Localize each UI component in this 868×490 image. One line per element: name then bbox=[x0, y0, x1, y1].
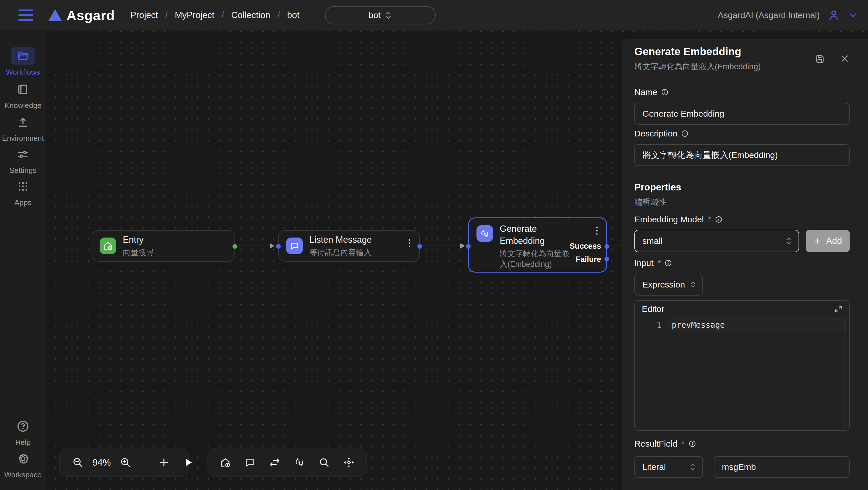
node-entry[interactable]: Entry 向量搜尋 bbox=[92, 230, 235, 262]
name-label: Name bbox=[634, 87, 657, 97]
breadcrumb-project[interactable]: Project bbox=[130, 10, 158, 20]
node-palette-toolbar bbox=[208, 448, 367, 477]
plus-icon bbox=[813, 237, 822, 245]
input-port[interactable] bbox=[276, 244, 281, 249]
node-subtitle: 將文字轉化為向量嵌入(Embedding) bbox=[500, 249, 572, 270]
chat-bubble-icon bbox=[289, 240, 300, 251]
hamburger-menu-icon[interactable] bbox=[19, 9, 33, 21]
run-workflow-button[interactable] bbox=[183, 457, 194, 468]
panel-divider bbox=[622, 77, 868, 77]
add-model-button[interactable]: Add bbox=[806, 230, 849, 252]
input-port[interactable] bbox=[466, 244, 471, 249]
description-label: Description bbox=[634, 129, 677, 139]
output-port[interactable] bbox=[232, 244, 237, 249]
sidebar-item-workflows[interactable]: Workflows bbox=[0, 47, 46, 77]
zoom-in-button[interactable] bbox=[119, 456, 131, 468]
info-icon[interactable] bbox=[715, 215, 723, 224]
add-node-button[interactable] bbox=[158, 456, 170, 468]
book-icon bbox=[17, 83, 30, 96]
sidebar-item-knowledge[interactable]: Knowledge bbox=[0, 80, 46, 110]
output-label-failure: Failure bbox=[576, 255, 601, 264]
search-node-button[interactable] bbox=[318, 456, 330, 468]
breadcrumb-bot[interactable]: bot bbox=[287, 10, 299, 20]
node-menu-kebab-icon[interactable] bbox=[596, 227, 598, 235]
node-title: Generate Embedding bbox=[500, 223, 572, 247]
info-icon[interactable] bbox=[681, 129, 689, 138]
edge-success-out bbox=[608, 246, 623, 246]
breadcrumb-myproject[interactable]: MyProject bbox=[175, 10, 214, 20]
swap-arrows-icon bbox=[268, 456, 281, 469]
breadcrumb-collection[interactable]: Collection bbox=[231, 10, 270, 20]
expression-editor[interactable]: Editor 1 prevMessage bbox=[634, 300, 849, 431]
output-port[interactable] bbox=[417, 244, 422, 249]
add-swap-node-button[interactable] bbox=[268, 456, 281, 469]
embedding-model-value: small bbox=[642, 236, 662, 246]
close-icon bbox=[840, 54, 849, 63]
add-button-label: Add bbox=[826, 236, 842, 246]
chevron-up-down-icon bbox=[690, 463, 696, 471]
chevron-up-down-icon bbox=[690, 281, 696, 289]
add-message-node-button[interactable] bbox=[244, 456, 256, 468]
breadcrumb-separator: / bbox=[278, 10, 280, 20]
sidebar-label: Help bbox=[15, 438, 30, 447]
move-arrows-icon bbox=[342, 456, 355, 469]
plus-icon bbox=[158, 456, 170, 468]
search-icon bbox=[318, 456, 330, 468]
output-label-success: Success bbox=[569, 242, 601, 251]
generate-cycle-icon bbox=[479, 228, 491, 239]
node-menu-kebab-icon[interactable] bbox=[409, 239, 410, 247]
sidebar-item-environment[interactable]: Environment bbox=[0, 113, 46, 143]
sidebar-item-help[interactable]: Help bbox=[0, 417, 46, 447]
input-type-select[interactable]: Expression bbox=[634, 274, 703, 295]
input-type-value: Expression bbox=[642, 280, 685, 290]
node-generate-embedding[interactable]: Generate Embedding 將文字轉化為向量嵌入(Embedding)… bbox=[468, 218, 607, 272]
workflow-select[interactable]: bot bbox=[325, 6, 436, 24]
resultfield-type-select[interactable]: Literal bbox=[634, 456, 703, 478]
sidebar-item-workspace[interactable]: Workspace bbox=[0, 450, 46, 479]
expand-icon[interactable] bbox=[834, 305, 843, 313]
zoom-out-icon bbox=[72, 456, 84, 468]
properties-title: Properties bbox=[634, 182, 849, 193]
info-icon[interactable] bbox=[661, 88, 669, 96]
close-panel-button[interactable] bbox=[840, 54, 849, 63]
editor-code[interactable]: prevMessage bbox=[672, 320, 725, 330]
zoom-in-icon bbox=[119, 456, 131, 468]
description-input[interactable] bbox=[634, 144, 849, 166]
output-port-success[interactable] bbox=[604, 244, 609, 249]
editor-scrollbar[interactable] bbox=[844, 318, 844, 429]
add-generate-node-button[interactable] bbox=[293, 456, 306, 469]
zoom-out-button[interactable] bbox=[72, 456, 84, 468]
top-bar: Asgard Project / MyProject / Collection … bbox=[0, 0, 868, 30]
name-input[interactable] bbox=[634, 103, 849, 125]
save-button[interactable] bbox=[815, 54, 825, 64]
sidebar-item-settings[interactable]: Settings bbox=[0, 145, 46, 175]
apps-grid-icon bbox=[17, 180, 29, 193]
output-port-failure[interactable] bbox=[604, 257, 609, 261]
sidebar-label: Knowledge bbox=[5, 101, 42, 110]
asgard-logo: Asgard bbox=[48, 7, 115, 23]
chevron-down-icon bbox=[848, 10, 858, 20]
info-icon[interactable] bbox=[688, 440, 696, 448]
add-entry-node-button[interactable] bbox=[219, 456, 231, 469]
node-listen-message[interactable]: Listen Message 等待訊息內容輸入 bbox=[278, 230, 420, 262]
info-icon[interactable] bbox=[664, 259, 672, 267]
required-asterisk: * bbox=[658, 258, 661, 268]
save-icon bbox=[815, 54, 825, 64]
account-menu[interactable]: AsgardAI (Asgard Internal) bbox=[718, 0, 858, 30]
pan-mode-button[interactable] bbox=[342, 456, 355, 469]
resultfield-input[interactable] bbox=[714, 456, 849, 478]
sidebar-item-apps[interactable]: Apps bbox=[0, 177, 46, 207]
account-label: AsgardAI (Asgard Internal) bbox=[718, 10, 820, 20]
sidebar: Workflows Knowledge Environment bbox=[0, 31, 46, 490]
node-title: Listen Message bbox=[309, 234, 372, 246]
editor-body[interactable]: 1 prevMessage bbox=[635, 317, 849, 430]
embedding-model-label: Embedding Model bbox=[634, 214, 704, 224]
node-title: Entry bbox=[123, 234, 154, 246]
embedding-model-select[interactable]: small bbox=[634, 230, 799, 252]
edge-arrowhead bbox=[461, 243, 465, 249]
edge-arrowhead bbox=[270, 243, 274, 249]
upload-icon bbox=[17, 115, 30, 129]
sidebar-label: Apps bbox=[14, 198, 31, 207]
breadcrumb: Project / MyProject / Collection / bot bbox=[130, 10, 299, 20]
play-icon bbox=[183, 457, 194, 468]
